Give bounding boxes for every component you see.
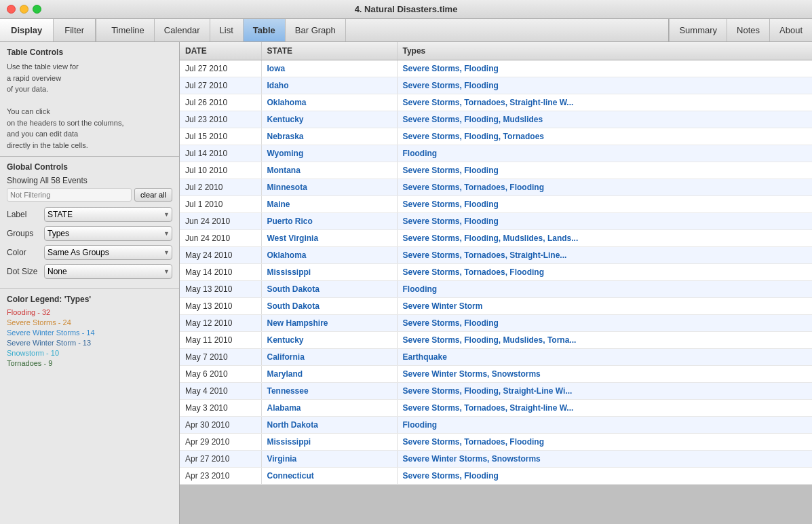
cell-state: South Dakota: [261, 281, 397, 298]
col-header-types[interactable]: Types: [397, 42, 812, 60]
cell-types: Severe Winter Storms, Snowstorms: [397, 366, 812, 383]
cell-types: Severe Storms, Flooding: [397, 162, 812, 179]
cell-types: Severe Storms, Tornadoes, Straight-line …: [397, 400, 812, 417]
cell-date: May 24 2010: [180, 247, 261, 264]
tab-display[interactable]: Display: [0, 19, 54, 41]
table-row[interactable]: Jul 23 2010 Kentucky Severe Storms, Floo…: [180, 111, 812, 128]
dot-size-select[interactable]: None: [44, 264, 172, 279]
tab-table[interactable]: Table: [244, 19, 286, 41]
cell-types: Flooding: [397, 145, 812, 162]
table-row[interactable]: Jul 14 2010 Wyoming Flooding: [180, 145, 812, 162]
tab-about[interactable]: About: [769, 19, 812, 41]
cell-date: Apr 30 2010: [180, 417, 261, 434]
cell-state: Wyoming: [261, 145, 397, 162]
content-area: DATE STATE Types Jul 27 2010 Iowa Severe…: [180, 42, 812, 524]
table-row[interactable]: Jul 2 2010 Minnesota Severe Storms, Torn…: [180, 179, 812, 196]
table-row[interactable]: May 11 2010 Kentucky Severe Storms, Floo…: [180, 332, 812, 349]
table-row[interactable]: May 13 2010 South Dakota Flooding: [180, 281, 812, 298]
cell-date: May 14 2010: [180, 264, 261, 281]
cell-date: May 13 2010: [180, 298, 261, 315]
table-row[interactable]: May 12 2010 New Hampshire Severe Storms,…: [180, 315, 812, 332]
cell-state: Oklahoma: [261, 94, 397, 111]
minimize-button[interactable]: [20, 5, 28, 14]
cell-types: Severe Storms, Flooding: [397, 196, 812, 213]
table-row[interactable]: Jun 24 2010 West Virginia Severe Storms,…: [180, 230, 812, 247]
table-row[interactable]: May 7 2010 California Earthquake: [180, 349, 812, 366]
toolbar-left: Display Filter: [0, 19, 96, 41]
tab-filter[interactable]: Filter: [54, 19, 96, 41]
table-row[interactable]: May 24 2010 Oklahoma Severe Storms, Torn…: [180, 247, 812, 264]
table-row[interactable]: May 4 2010 Tennessee Severe Storms, Floo…: [180, 383, 812, 400]
maximize-button[interactable]: [33, 5, 41, 14]
table-row[interactable]: Apr 29 2010 Mississippi Severe Storms, T…: [180, 434, 812, 451]
cell-date: May 6 2010: [180, 366, 261, 383]
col-header-date[interactable]: DATE: [180, 42, 261, 60]
legend-item-severe-winter-storm: Severe Winter Storm - 13: [7, 339, 172, 347]
col-header-state[interactable]: STATE: [261, 42, 397, 60]
table-row[interactable]: May 13 2010 South Dakota Severe Winter S…: [180, 298, 812, 315]
table-row[interactable]: May 6 2010 Maryland Severe Winter Storms…: [180, 366, 812, 383]
cell-date: May 3 2010: [180, 400, 261, 417]
table-controls-info: Use the table view for a rapid overview …: [7, 61, 172, 151]
table-row[interactable]: Jul 27 2010 Idaho Severe Storms, Floodin…: [180, 77, 812, 94]
window-title: 4. Natural Disasters.time: [355, 4, 458, 14]
table-row[interactable]: May 3 2010 Alabama Severe Storms, Tornad…: [180, 400, 812, 417]
dot-size-select-wrapper: None ▼: [44, 264, 172, 279]
cell-types: Severe Storms, Tornadoes, Straight-Line.…: [397, 247, 812, 264]
cell-state: New Hampshire: [261, 315, 397, 332]
cell-date: Jul 10 2010: [180, 162, 261, 179]
filter-row: clear all: [7, 188, 172, 202]
cell-date: Jul 1 2010: [180, 196, 261, 213]
label-control-label: Label: [7, 210, 44, 219]
cell-types: Severe Storms, Tornadoes, Flooding: [397, 264, 812, 281]
window-controls[interactable]: [7, 5, 41, 14]
filter-input[interactable]: [7, 188, 132, 202]
cell-state: Maryland: [261, 366, 397, 383]
table-row[interactable]: Jul 15 2010 Nebraska Severe Storms, Floo…: [180, 128, 812, 145]
cell-state: Minnesota: [261, 179, 397, 196]
table-row[interactable]: Jul 26 2010 Oklahoma Severe Storms, Torn…: [180, 94, 812, 111]
label-select[interactable]: STATE: [44, 207, 172, 222]
table-row[interactable]: Jul 27 2010 Iowa Severe Storms, Flooding: [180, 60, 812, 77]
table-row[interactable]: Apr 23 2010 Connecticut Severe Storms, F…: [180, 468, 812, 485]
tab-bar-graph[interactable]: Bar Graph: [286, 19, 346, 41]
tab-timeline[interactable]: Timeline: [102, 19, 155, 41]
tab-summary[interactable]: Summary: [669, 19, 727, 41]
table-row[interactable]: Apr 27 2010 Virginia Severe Winter Storm…: [180, 451, 812, 468]
cell-types: Severe Winter Storms, Snowstorms: [397, 451, 812, 468]
cell-types: Severe Winter Storm: [397, 298, 812, 315]
tab-notes[interactable]: Notes: [727, 19, 769, 41]
toolbar: Display Filter Timeline Calendar List Ta…: [0, 19, 812, 42]
cell-date: Jun 24 2010: [180, 230, 261, 247]
cell-date: May 12 2010: [180, 315, 261, 332]
data-table[interactable]: DATE STATE Types Jul 27 2010 Iowa Severe…: [180, 42, 812, 524]
global-controls-title: Global Controls: [7, 162, 172, 172]
cell-date: Jul 23 2010: [180, 111, 261, 128]
table-controls-title: Table Controls: [7, 48, 172, 57]
table-row[interactable]: Jul 1 2010 Maine Severe Storms, Flooding: [180, 196, 812, 213]
cell-state: Mississippi: [261, 264, 397, 281]
tab-calendar[interactable]: Calendar: [155, 19, 210, 41]
cell-state: Maine: [261, 196, 397, 213]
title-bar: 4. Natural Disasters.time: [0, 0, 812, 19]
sidebar: Table Controls Use the table view for a …: [0, 42, 180, 524]
clear-all-button[interactable]: clear all: [134, 188, 172, 202]
groups-select[interactable]: Types: [44, 226, 172, 241]
cell-types: Severe Storms, Flooding, Tornadoes: [397, 128, 812, 145]
tab-list[interactable]: List: [210, 19, 244, 41]
close-button[interactable]: [7, 5, 16, 14]
table-row[interactable]: Apr 30 2010 North Dakota Flooding: [180, 417, 812, 434]
cell-date: May 11 2010: [180, 332, 261, 349]
table-row[interactable]: Jun 24 2010 Puerto Rico Severe Storms, F…: [180, 213, 812, 230]
color-legend-title: Color Legend: 'Types': [7, 295, 172, 304]
table-row[interactable]: May 14 2010 Mississippi Severe Storms, T…: [180, 264, 812, 281]
cell-state: Nebraska: [261, 128, 397, 145]
cell-state: Idaho: [261, 77, 397, 94]
color-select[interactable]: Same As Groups: [44, 245, 172, 260]
cell-date: Apr 23 2010: [180, 468, 261, 485]
label-control-row: Label STATE ▼: [7, 207, 172, 222]
color-control-label: Color: [7, 248, 44, 257]
table-row[interactable]: Jul 10 2010 Montana Severe Storms, Flood…: [180, 162, 812, 179]
cell-state: Virginia: [261, 451, 397, 468]
cell-date: Jul 15 2010: [180, 128, 261, 145]
